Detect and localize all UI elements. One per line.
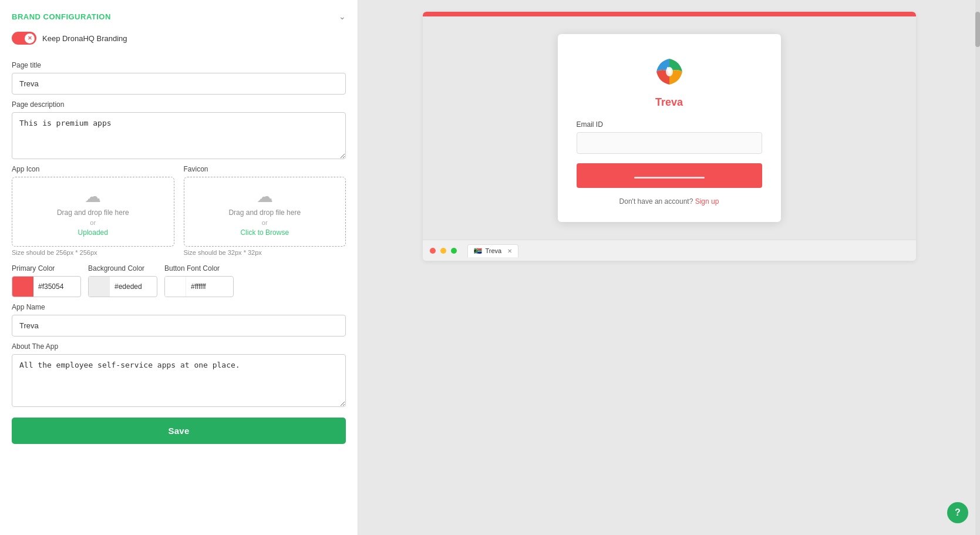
page-title-label: Page title	[12, 61, 346, 69]
favicon-col: Favicon ☁ Drag and drop file here or Cli…	[184, 165, 346, 256]
browser-tab[interactable]: 🇿🇦 Treva ✕	[467, 244, 519, 257]
brand-config-title: BRAND CONFIGURATION	[12, 12, 111, 21]
footer-text: Don't have an account?	[619, 197, 693, 206]
bg-color-swatch[interactable]	[89, 276, 110, 297]
browser-dot-red	[430, 248, 436, 254]
favicon-or: or	[262, 219, 268, 226]
login-card-body: Treva Email ID Don't have an account? Si…	[558, 34, 781, 222]
toggle-label: Keep DronaHQ Branding	[42, 34, 127, 43]
primary-color-text[interactable]	[33, 282, 80, 291]
page-desc-textarea[interactable]: This is premium apps	[12, 112, 346, 159]
email-label: Email ID	[577, 120, 603, 129]
btn-font-color-input-row	[164, 276, 234, 297]
help-button[interactable]: ?	[947, 502, 968, 523]
icon-row: App Icon ☁ Drag and drop file here or Up…	[12, 165, 346, 256]
signup-link[interactable]: Sign up	[695, 197, 719, 206]
color-row: Primary Color Background Color Button Fo…	[12, 264, 346, 297]
favicon-upload-text: Drag and drop file here	[228, 208, 301, 217]
save-button[interactable]: Save	[12, 418, 346, 444]
app-icon-or: or	[90, 219, 96, 226]
toggle-row: Keep DronaHQ Branding	[12, 32, 346, 45]
right-panel: Treva Email ID Don't have an account? Si…	[358, 0, 980, 535]
app-name-preview: Treva	[655, 96, 683, 109]
app-name-label: App Name	[12, 303, 346, 311]
browser-bottom-bar: 🇿🇦 Treva ✕	[423, 240, 916, 261]
favicon-upload[interactable]: ☁ Drag and drop file here or Click to Br…	[184, 177, 346, 247]
scrollbar[interactable]	[975, 0, 980, 535]
chevron-down-icon[interactable]: ⌄	[339, 12, 346, 21]
primary-color-input-row	[12, 276, 81, 297]
login-footer: Don't have an account? Sign up	[619, 197, 719, 206]
primary-color-swatch[interactable]	[12, 276, 33, 297]
app-name-input[interactable]	[12, 315, 346, 337]
page-title-input[interactable]	[12, 73, 346, 95]
preview-content: Treva Email ID Don't have an account? Si…	[423, 16, 916, 240]
tab-name: Treva	[486, 247, 502, 254]
app-icon-upload-text: Drag and drop file here	[57, 208, 129, 217]
tab-flag: 🇿🇦	[474, 247, 482, 255]
login-card: Treva Email ID Don't have an account? Si…	[558, 34, 781, 222]
preview-wrapper: Treva Email ID Don't have an account? Si…	[423, 12, 916, 261]
primary-color-col: Primary Color	[12, 264, 81, 297]
browser-dot-green	[451, 248, 457, 254]
app-logo	[651, 53, 688, 90]
page-desc-label: Page description	[12, 100, 346, 109]
primary-color-label: Primary Color	[12, 264, 81, 272]
keep-branding-toggle[interactable]	[12, 32, 36, 45]
app-icon-hint: Size should be 256px * 256px	[12, 249, 174, 256]
cloud-upload-icon-2: ☁	[257, 187, 273, 206]
scroll-thumb[interactable]	[975, 12, 980, 47]
bg-color-col: Background Color	[88, 264, 157, 297]
app-icon-upload[interactable]: ☁ Drag and drop file here or Uploaded	[12, 177, 174, 247]
about-textarea[interactable]: All the employee self-service apps at on…	[12, 354, 346, 407]
browser-top-accent	[423, 12, 916, 16]
app-icon-label: App Icon	[12, 165, 174, 173]
email-input[interactable]	[577, 132, 762, 154]
bg-color-label: Background Color	[88, 264, 157, 272]
bg-color-text[interactable]	[110, 282, 157, 291]
favicon-label: Favicon	[184, 165, 346, 173]
brand-config-header: BRAND CONFIGURATION ⌄	[12, 12, 346, 21]
btn-font-color-swatch[interactable]	[165, 276, 186, 297]
favicon-hint: Size should be 32px * 32px	[184, 249, 346, 256]
login-button[interactable]	[577, 163, 762, 188]
bg-color-input-row	[88, 276, 157, 297]
browser-dot-yellow	[440, 248, 446, 254]
tab-close-icon[interactable]: ✕	[507, 248, 512, 254]
about-label: About The App	[12, 342, 346, 351]
app-icon-col: App Icon ☁ Drag and drop file here or Up…	[12, 165, 174, 256]
favicon-upload-link[interactable]: Click to Browse	[240, 228, 289, 237]
left-panel: BRAND CONFIGURATION ⌄ Keep DronaHQ Brand…	[0, 0, 358, 535]
cloud-upload-icon: ☁	[85, 187, 101, 206]
btn-font-color-col: Button Font Color	[164, 264, 234, 297]
btn-font-color-text[interactable]	[186, 282, 233, 291]
app-icon-upload-link[interactable]: Uploaded	[78, 228, 108, 237]
btn-font-color-label: Button Font Color	[164, 264, 234, 272]
